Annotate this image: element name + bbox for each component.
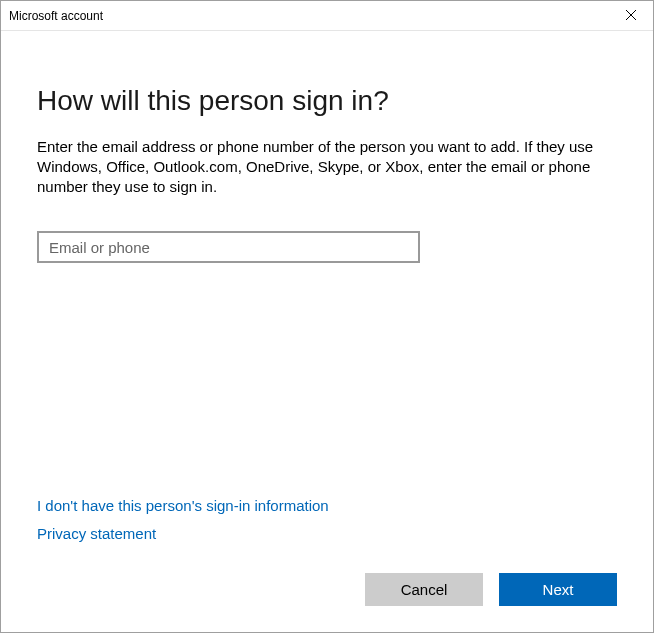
privacy-statement-link[interactable]: Privacy statement — [37, 525, 156, 542]
next-button[interactable]: Next — [499, 573, 617, 606]
cancel-button[interactable]: Cancel — [365, 573, 483, 606]
dialog-window: Microsoft account How will this person s… — [0, 0, 654, 633]
button-row: Cancel Next — [37, 573, 617, 606]
no-signin-info-link[interactable]: I don't have this person's sign-in infor… — [37, 497, 329, 514]
page-heading: How will this person sign in? — [37, 85, 617, 117]
close-button[interactable] — [608, 1, 653, 30]
close-icon — [626, 9, 636, 23]
window-title: Microsoft account — [9, 1, 103, 31]
spacer — [37, 263, 617, 497]
email-or-phone-input[interactable] — [37, 231, 420, 263]
instructions-text: Enter the email address or phone number … — [37, 137, 597, 197]
titlebar: Microsoft account — [1, 1, 653, 31]
content-area: How will this person sign in? Enter the … — [1, 31, 653, 632]
